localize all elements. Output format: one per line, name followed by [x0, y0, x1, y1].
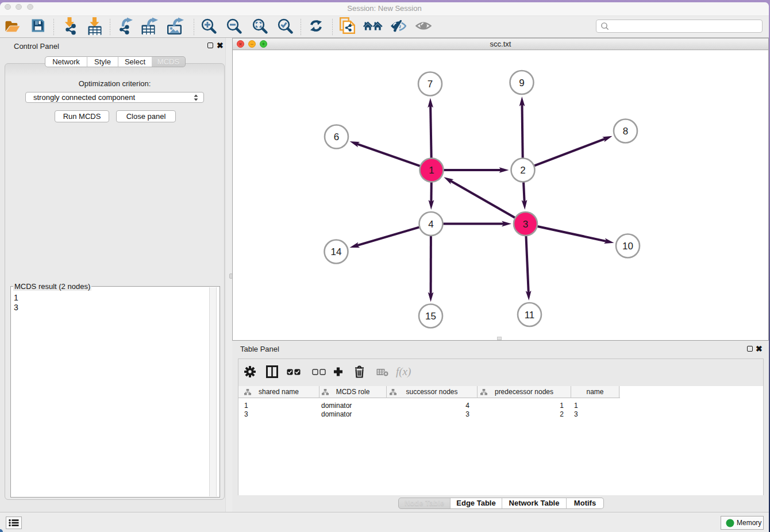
svg-text:6: 6 — [334, 132, 339, 142]
svg-text:7: 7 — [428, 79, 433, 90]
svg-text:11: 11 — [525, 310, 535, 321]
svg-text:14: 14 — [331, 246, 342, 257]
svg-text:9: 9 — [519, 78, 524, 88]
svg-text:10: 10 — [622, 241, 633, 252]
svg-text:2: 2 — [520, 165, 525, 176]
svg-text:8: 8 — [623, 126, 628, 137]
svg-text:3: 3 — [523, 219, 528, 230]
svg-text:15: 15 — [425, 311, 436, 322]
svg-text:1: 1 — [429, 165, 434, 176]
svg-text:4: 4 — [428, 219, 433, 230]
